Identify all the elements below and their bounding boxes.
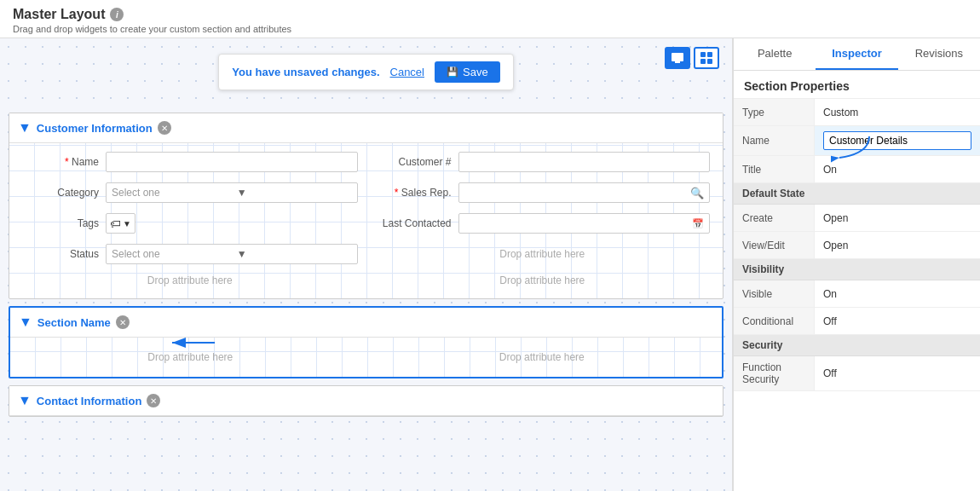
- calendar-icon[interactable]: 📅: [687, 218, 709, 229]
- svg-rect-1: [675, 61, 680, 63]
- conditional-property-row: Conditional Off: [734, 308, 980, 335]
- master-layout-container: Master Layout i Drag and drop widgets to…: [0, 0, 980, 491]
- status-dropdown-arrow: ▼: [233, 248, 357, 260]
- create-property-label: Create: [734, 205, 815, 231]
- title-property-label: Title: [734, 156, 815, 182]
- name-input[interactable]: [106, 152, 358, 172]
- create-property-value: Open: [815, 207, 980, 229]
- last-contacted-text[interactable]: [459, 216, 688, 231]
- customer-number-input[interactable]: [458, 152, 711, 172]
- right-panel-tabs: Palette Inspector Revisions: [734, 38, 980, 71]
- blue-arrow-annotation: [168, 332, 219, 353]
- svg-rect-2: [700, 52, 706, 57]
- last-contacted-row: Last Contacted 📅: [375, 211, 711, 235]
- function-security-row: Function Security Off: [734, 356, 980, 391]
- last-contacted-label: Last Contacted: [375, 217, 452, 229]
- visible-property-row: Visible On: [734, 280, 980, 308]
- sales-rep-row: Sales Rep. 🔍: [375, 181, 711, 205]
- section-name-close[interactable]: ✕: [116, 315, 130, 329]
- view-toggle: [665, 47, 719, 69]
- name-label: Name: [22, 156, 99, 168]
- viewedit-property-value: Open: [815, 234, 980, 257]
- page-header: Master Layout i Drag and drop widgets to…: [0, 0, 980, 38]
- search-icon[interactable]: 🔍: [685, 187, 709, 199]
- page-title: Master Layout: [13, 7, 105, 22]
- drop-zone-left-1[interactable]: Drop attribute here: [22, 269, 358, 292]
- tab-revisions[interactable]: Revisions: [898, 38, 980, 70]
- default-state-header: Default State: [734, 183, 980, 205]
- contact-information-section: ▼ Contact Information ✕: [9, 385, 723, 417]
- cancel-button[interactable]: Cancel: [390, 66, 424, 78]
- customer-section-close[interactable]: ✕: [158, 121, 171, 135]
- section-drop-zone-right[interactable]: Drop attribute here: [375, 344, 710, 370]
- conditional-property-value: Off: [815, 310, 980, 332]
- contact-information-header: ▼ Contact Information ✕: [9, 386, 723, 416]
- tags-row: Tags 🏷 ▼: [22, 211, 358, 235]
- customer-information-section: ▼ Customer Information ✕ Name Customer #: [9, 113, 723, 299]
- viewedit-property-label: View/Edit: [734, 232, 815, 258]
- grid-view-button[interactable]: [694, 47, 719, 69]
- content-area: You have unsaved changes. Cancel 💾 Save: [0, 38, 980, 491]
- desktop-icon: [671, 51, 684, 65]
- tags-dropdown-arrow: ▼: [123, 219, 131, 228]
- customer-section-toggle[interactable]: ▼: [18, 120, 32, 136]
- inspector-arrow: [831, 132, 873, 166]
- drop-zone-right-2[interactable]: Drop attribute here: [375, 269, 711, 292]
- function-security-value: Off: [815, 362, 980, 384]
- page-title-row: Master Layout i: [13, 7, 967, 22]
- save-button[interactable]: 💾 Save: [435, 61, 500, 83]
- svg-rect-4: [700, 59, 706, 64]
- name-field-row: Name: [22, 150, 358, 174]
- contact-section-close[interactable]: ✕: [147, 394, 160, 407]
- sales-rep-text[interactable]: [459, 185, 686, 200]
- last-contacted-input[interactable]: 📅: [458, 213, 711, 234]
- visibility-header: Visibility: [734, 259, 980, 280]
- tags-control[interactable]: 🏷 ▼: [106, 213, 135, 234]
- status-label: Status: [22, 248, 99, 260]
- function-security-label: Function Security: [734, 356, 815, 390]
- section-name-title: Section Name: [37, 316, 111, 329]
- sales-rep-input[interactable]: 🔍: [458, 182, 711, 203]
- contact-section-title: Contact Information: [37, 395, 142, 407]
- contact-section-toggle[interactable]: ▼: [18, 393, 32, 408]
- viewedit-property-row: View/Edit Open: [734, 232, 980, 259]
- canvas-panel: You have unsaved changes. Cancel 💾 Save: [0, 38, 733, 491]
- tab-palette[interactable]: Palette: [734, 38, 816, 70]
- tags-label: Tags: [22, 217, 99, 229]
- svg-rect-3: [707, 52, 712, 57]
- customer-section-title: Customer Information: [37, 122, 153, 135]
- info-icon[interactable]: i: [110, 8, 124, 21]
- properties-title: Section Properties: [734, 71, 980, 99]
- desktop-view-button[interactable]: [665, 47, 690, 69]
- section-name-header: ▼ Section Name ✕: [10, 308, 722, 338]
- type-property-label: Type: [734, 99, 815, 125]
- section-name-section: ▼ Section Name ✕ Dro: [9, 306, 723, 378]
- category-label: Category: [22, 187, 99, 199]
- customer-information-header: ▼ Customer Information ✕: [9, 113, 723, 143]
- category-field-row: Category Select one ▼: [22, 181, 358, 205]
- svg-rect-5: [707, 59, 712, 64]
- category-select[interactable]: Select one ▼: [106, 182, 358, 203]
- status-row: Status Select one ▼: [22, 242, 358, 266]
- tab-inspector[interactable]: Inspector: [816, 38, 897, 70]
- section-name-toggle[interactable]: ▼: [19, 315, 32, 330]
- unsaved-message: You have unsaved changes.: [232, 66, 379, 78]
- drop-zone-right-1[interactable]: Drop attribute here: [375, 242, 711, 266]
- visible-property-label: Visible: [734, 280, 815, 307]
- customer-number-row: Customer #: [375, 150, 711, 174]
- status-select[interactable]: Select one ▼: [106, 244, 358, 264]
- tag-icon: 🏷: [110, 217, 121, 230]
- grid-icon: [700, 51, 713, 65]
- page-subtitle: Drag and drop widgets to create your cus…: [13, 24, 967, 34]
- visible-property-value: On: [815, 283, 980, 305]
- conditional-property-label: Conditional: [734, 308, 815, 334]
- svg-rect-0: [672, 53, 683, 61]
- security-header: Security: [734, 335, 980, 356]
- category-dropdown-arrow: ▼: [233, 187, 357, 199]
- save-label: Save: [463, 66, 488, 78]
- sales-rep-label: Sales Rep.: [375, 187, 452, 199]
- customer-number-label: Customer #: [375, 156, 452, 168]
- create-property-row: Create Open: [734, 205, 980, 232]
- name-property-label: Name: [734, 126, 815, 155]
- unsaved-banner: You have unsaved changes. Cancel 💾 Save: [218, 54, 513, 90]
